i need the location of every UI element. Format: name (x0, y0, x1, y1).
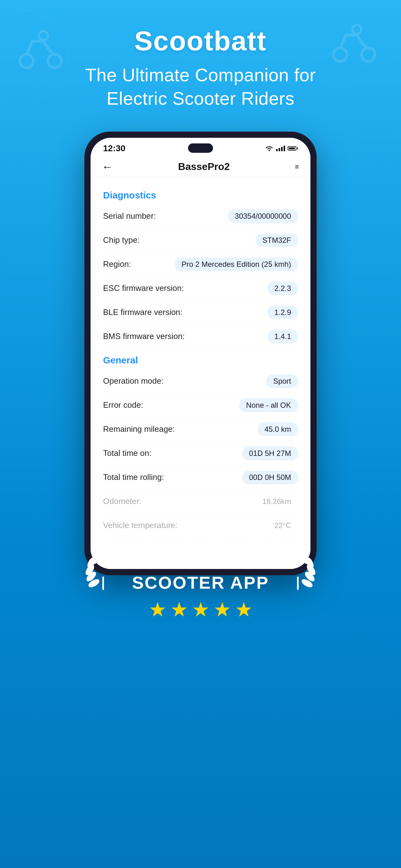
badge-rank: #1 (132, 550, 269, 572)
badge-center: #1 SCOOTER APP (132, 550, 269, 593)
signal-icon (276, 146, 285, 151)
phone-mockup: 12:30 (0, 132, 401, 575)
wifi-icon (265, 145, 274, 152)
badge-text: SCOOTER APP (132, 572, 269, 593)
svg-point-6 (269, 150, 270, 151)
laurel-left (82, 550, 126, 593)
star-4: ★ (213, 598, 231, 621)
camera-notch (188, 144, 213, 153)
status-time: 12:30 (103, 144, 126, 153)
general-row-6: Vehicle temperature: 22°C (103, 514, 298, 538)
stars-row: ★ ★ ★ ★ ★ (149, 598, 253, 621)
diagnostics-row-4: BLE firmware version: 1.2.9 (103, 301, 298, 324)
back-button[interactable]: ← (102, 160, 113, 174)
diagnostics-row-5: BMS firmware version: 1.4.1 (103, 324, 298, 349)
diagnostics-row-2: Region: Pro 2 Mercedes Edition (25 kmh) (103, 252, 298, 277)
general-row-2: Remaining mileage: 45.0 km (103, 417, 298, 441)
diagnostics-section-title: Diagnostics (103, 190, 298, 200)
star-3: ★ (192, 598, 209, 621)
general-row-5: Odometer: 18.26km (103, 490, 298, 514)
general-row-4: Total time rolling: 00D 0H 50M (103, 466, 298, 490)
content-area: Diagnostics Serial number: 30354/0000000… (91, 178, 310, 569)
app-subtitle: The Ultimate Companion for Electric Scoo… (19, 63, 382, 110)
diagnostics-row-0: Serial number: 30354/00000000 (103, 204, 298, 228)
star-1: ★ (149, 598, 166, 621)
phone-frame: 12:30 (85, 132, 316, 575)
nav-bar: ← BassePro2 ≡ (91, 157, 310, 178)
status-icons (265, 145, 298, 152)
laurel-right (275, 550, 319, 593)
battery-icon (288, 146, 298, 151)
general-row-0: Operation mode: Sport (103, 369, 298, 393)
general-section-title: General (103, 355, 298, 366)
general-row-1: Error code: None - all OK (103, 393, 298, 417)
header-section: Scootbatt The Ultimate Companion for Ele… (0, 0, 401, 126)
star-2: ★ (170, 598, 188, 621)
diagnostics-row-1: Chip type: STM32F (103, 228, 298, 252)
general-row-3: Total time on: 01D 5H 27M (103, 441, 298, 466)
nav-title: BassePro2 (178, 161, 230, 173)
app-title: Scootbatt (19, 25, 382, 57)
laurel-row: #1 SCOOTER APP (82, 550, 319, 593)
badge-section: #1 SCOOTER APP ★ ★ ★ ★ ★ (0, 550, 401, 646)
star-5: ★ (235, 598, 253, 621)
svg-rect-20 (297, 577, 299, 590)
phone-screen: 12:30 (91, 138, 310, 569)
svg-rect-13 (102, 577, 104, 590)
diagnostics-row-3: ESC firmware version: 2.2.3 (103, 277, 298, 301)
menu-button[interactable]: ≡ (295, 163, 299, 171)
